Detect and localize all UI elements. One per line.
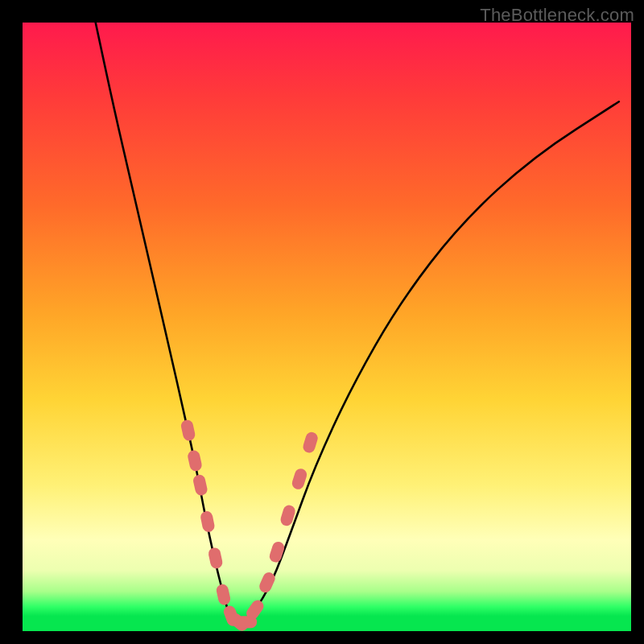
plot-area — [23, 23, 631, 631]
highlight-dot — [187, 449, 203, 473]
highlight-dot — [268, 540, 286, 564]
chart-frame: TheBottleneck.com — [0, 0, 644, 644]
highlight-dots-group — [180, 419, 320, 631]
highlight-dot — [291, 467, 308, 490]
bottleneck-curve-path — [96, 23, 619, 624]
highlight-dot — [215, 583, 231, 606]
highlight-dot — [302, 431, 320, 454]
curve-svg — [23, 23, 631, 631]
highlight-dot — [208, 547, 224, 570]
highlight-dot — [200, 510, 216, 533]
highlight-dot — [192, 473, 208, 497]
highlight-dot — [180, 419, 196, 442]
